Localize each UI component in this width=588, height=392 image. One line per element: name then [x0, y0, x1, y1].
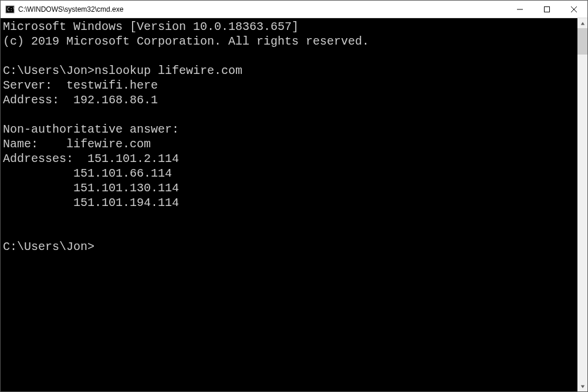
addresses-label: Addresses: — [3, 152, 87, 165]
prompt: C:\Users\Jon> — [3, 240, 94, 254]
svg-rect-3 — [545, 6, 550, 12]
terminal-area: Microsoft Windows [Version 10.0.18363.65… — [1, 18, 587, 391]
address-indent — [3, 167, 73, 180]
server-label: Server: — [3, 79, 66, 92]
close-button[interactable] — [560, 1, 587, 18]
terminal-output[interactable]: Microsoft Windows [Version 10.0.18363.65… — [1, 18, 577, 391]
address-item: 151.101.2.114 — [87, 152, 179, 165]
address-item: 151.101.130.114 — [73, 181, 179, 195]
address-item: 151.101.194.114 — [73, 196, 179, 209]
address-indent — [3, 196, 73, 209]
svg-marker-6 — [580, 22, 584, 25]
name-value: lifewire.com — [66, 137, 151, 151]
svg-text:C:\: C:\ — [7, 7, 15, 12]
window-controls — [506, 1, 587, 18]
minimize-button[interactable] — [506, 1, 533, 18]
address-item: 151.101.66.114 — [73, 167, 172, 180]
svg-marker-7 — [580, 385, 584, 388]
window-title: C:\WINDOWS\system32\cmd.exe — [18, 5, 506, 13]
address-value: 192.168.86.1 — [73, 93, 158, 107]
cmd-window: C:\ C:\WINDOWS\system32\cmd.exe Microsof… — [0, 0, 588, 392]
command-text: nslookup lifewire.com — [94, 64, 242, 77]
cmd-icon: C:\ — [5, 5, 15, 14]
scroll-down-arrow-icon[interactable] — [577, 381, 587, 391]
prompt: C:\Users\Jon> — [3, 64, 94, 77]
vertical-scrollbar[interactable] — [577, 18, 587, 391]
banner-line: (c) 2019 Microsoft Corporation. All righ… — [3, 35, 369, 48]
address-indent — [3, 181, 73, 195]
scroll-thumb[interactable] — [577, 28, 587, 55]
banner-line: Microsoft Windows [Version 10.0.18363.65… — [3, 20, 299, 33]
nonauth-header: Non-authoritative answer: — [3, 123, 179, 136]
scroll-up-arrow-icon[interactable] — [577, 18, 587, 28]
server-value: testwifi.here — [66, 79, 158, 92]
scroll-track[interactable] — [577, 28, 587, 381]
maximize-button[interactable] — [533, 1, 560, 18]
address-label: Address: — [3, 93, 73, 107]
name-label: Name: — [3, 137, 66, 151]
titlebar[interactable]: C:\ C:\WINDOWS\system32\cmd.exe — [1, 1, 587, 18]
